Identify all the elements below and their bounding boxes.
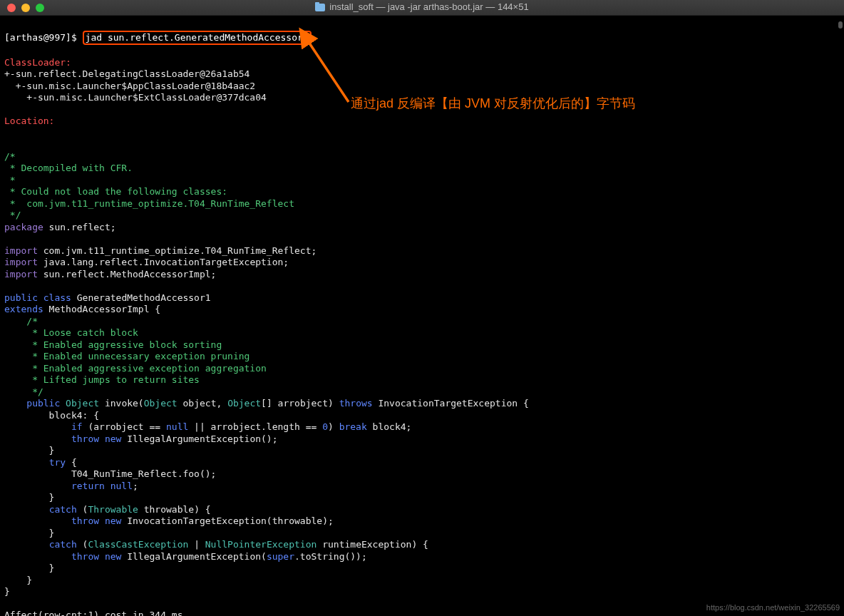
location-label: Location: — [4, 115, 54, 126]
keyword-new: new — [105, 515, 121, 526]
param: runtimeException) { — [316, 539, 428, 550]
classloader-line: +-sun.misc.Launcher$AppClassLoader@18b4a… — [4, 81, 255, 91]
comment: * Enabled unnecessary exception pruning — [4, 351, 249, 361]
prompt: [arthas@997]$ — [4, 32, 77, 43]
window-title: install_soft — java -jar arthas-boot.jar… — [0, 1, 844, 14]
comment: * Enabled aggressive block sorting — [4, 339, 222, 350]
classloader-label: ClassLoader: — [4, 57, 71, 68]
literal-zero: 0 — [322, 421, 328, 432]
keyword-if: if — [71, 421, 83, 432]
pipe: | — [188, 539, 205, 550]
code: IllegalArgumentException(); — [121, 433, 277, 444]
keyword-throw: throw — [71, 515, 99, 526]
keyword-catch: catch — [49, 504, 77, 515]
keyword-null: null — [105, 481, 133, 491]
comment: */ — [4, 210, 21, 220]
comment: * Loose catch block — [4, 327, 138, 338]
title-text: install_soft — java -jar arthas-boot.jar… — [329, 1, 528, 14]
window-controls — [0, 4, 44, 12]
code: (arrobject == — [83, 421, 166, 432]
terminal-output[interactable]: [arthas@997]$ jad sun.reflect.GeneratedM… — [0, 16, 844, 616]
keyword-catch: catch — [49, 539, 77, 550]
classloader-line: +-sun.misc.Launcher$ExtClassLoader@377dc… — [4, 92, 267, 103]
keyword-throw: throw — [71, 433, 99, 444]
code-line: T04_RunTime_Reflect.foo(); — [4, 468, 216, 479]
code: block4; — [367, 421, 412, 432]
import-name: sun.reflect.MethodAccessorImpl; — [38, 269, 216, 279]
package-name: sun.reflect; — [43, 222, 116, 232]
keyword-throw: throw — [71, 551, 99, 562]
type-object: Object — [227, 398, 261, 409]
comment: * Decompiled with CFR. — [4, 163, 133, 173]
code: InvocationTargetException(throwable); — [121, 515, 333, 526]
brace: } — [4, 492, 54, 503]
keyword-public: public — [4, 292, 38, 303]
exception: InvocationTargetException { — [373, 398, 529, 409]
keyword-extends: extends — [4, 304, 43, 314]
scrollbar[interactable] — [838, 21, 843, 29]
param: throwable) { — [138, 504, 211, 515]
keyword-break: break — [339, 421, 367, 432]
watermark: https://blog.csdn.net/weixin_32265569 — [706, 602, 840, 614]
maximize-icon[interactable] — [36, 4, 44, 12]
brace: } — [4, 563, 54, 573]
comment: * Enabled aggressive exception aggregati… — [4, 363, 267, 374]
comment: * com.jvm.t11_runtime_optimize.T04_RunTi… — [4, 198, 294, 209]
code: || arrobject.length == — [188, 421, 322, 432]
comment: /* — [4, 151, 16, 162]
affect-line: Affect(row-cnt:1) cost in 344 ms. — [4, 610, 188, 616]
brace: } — [4, 575, 32, 585]
keyword-import: import — [4, 257, 38, 267]
method-name: invoke( — [99, 398, 144, 409]
type-npe: NullPointerException — [205, 539, 317, 550]
code: ) — [328, 421, 339, 432]
keyword-new: new — [105, 551, 121, 562]
type-object: Object — [66, 398, 99, 409]
brace: } — [4, 586, 10, 597]
brace: } — [4, 528, 54, 538]
comment: /* — [4, 316, 38, 327]
keyword-import: import — [4, 245, 38, 256]
keyword-new: new — [105, 433, 121, 444]
comment: * Could not load the following classes: — [4, 186, 227, 197]
keyword-import: import — [4, 269, 38, 279]
keyword-package: package — [4, 222, 43, 232]
semi: ; — [133, 481, 138, 491]
close-icon[interactable] — [7, 4, 16, 12]
comment: */ — [4, 386, 43, 397]
folder-icon — [315, 4, 325, 11]
type-cce: ClassCastException — [88, 539, 188, 550]
paren: ( — [77, 539, 88, 550]
keyword-try: try — [49, 457, 66, 468]
code-line: block4: { — [4, 410, 99, 421]
paren: ( — [77, 504, 88, 515]
type-throwable: Throwable — [88, 504, 138, 515]
param: object, — [177, 398, 227, 409]
superclass: MethodAccessorImpl { — [43, 304, 160, 314]
param: [] arrobject) — [261, 398, 339, 409]
titlebar: install_soft — java -jar arthas-boot.jar… — [0, 0, 844, 16]
classloader-line: +-sun.reflect.DelegatingClassLoader@26a1… — [4, 68, 249, 79]
brace: } — [4, 445, 54, 456]
keyword-return: return — [71, 481, 105, 491]
import-name: com.jvm.t11_runtime_optimize.T04_RunTime… — [38, 245, 316, 256]
keyword-throws: throws — [339, 398, 373, 409]
keyword-class: class — [43, 292, 71, 303]
classname: GeneratedMethodAccessor1 — [71, 292, 211, 303]
import-name: java.lang.reflect.InvocationTargetExcept… — [38, 257, 289, 267]
comment: * — [4, 175, 16, 185]
code: .toString()); — [294, 551, 367, 562]
command-text: jad sun.reflect.GeneratedMethodAccessor1 — [86, 32, 309, 43]
keyword-public: public — [26, 398, 60, 409]
comment: * Lifted jumps to return sites — [4, 374, 200, 385]
keyword-super: super — [267, 551, 294, 562]
code: IllegalArgumentException( — [121, 551, 267, 562]
type-object: Object — [144, 398, 177, 409]
command-highlight: jad sun.reflect.GeneratedMethodAccessor1 — [83, 31, 312, 46]
keyword-null: null — [166, 421, 188, 432]
brace: { — [66, 457, 77, 468]
minimize-icon[interactable] — [21, 4, 30, 12]
